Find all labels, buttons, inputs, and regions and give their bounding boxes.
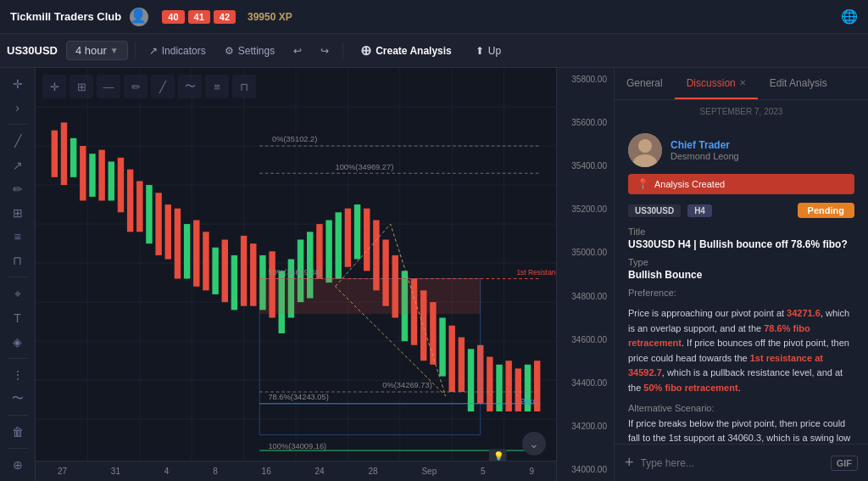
indicators-button[interactable]: ↗ Indicators xyxy=(142,42,213,59)
tab-edit-analysis[interactable]: Edit Analysis xyxy=(758,68,839,99)
price-tick-4: 35200.00 xyxy=(560,204,610,214)
chart-dash-icon[interactable]: — xyxy=(97,75,120,98)
svg-rect-29 xyxy=(155,193,161,255)
elliott-icon[interactable]: 〜 xyxy=(5,389,31,408)
left-sep-3 xyxy=(8,358,28,359)
arrow-right-icon[interactable]: › xyxy=(5,98,31,117)
undo-button[interactable]: ↩ xyxy=(287,42,309,59)
main-content: ✛ › ╱ ↗ ✏ ⊞ ≡ ⊓ ⌖ T ◈ ⋮ 〜 🗑 ⊕ ✛ ⊞ — ✏ ╱ … xyxy=(0,68,868,481)
text-icon[interactable]: T xyxy=(5,308,31,327)
redo-button[interactable]: ↪ xyxy=(314,42,336,59)
price-tick-1: 35800.00 xyxy=(560,75,610,84)
right-panel: General Discussion ✕ Edit Analysis SEPTE… xyxy=(614,68,868,481)
chat-add-icon[interactable]: + xyxy=(625,454,634,472)
analysis-created-label: Analysis Created xyxy=(654,179,725,189)
upload-button[interactable]: ⬆ Up xyxy=(467,42,509,60)
analysis-created-bar: 📍 Analysis Created xyxy=(628,174,854,194)
tag-row: US30USD H4 Pending xyxy=(615,203,868,227)
svg-rect-19 xyxy=(61,122,67,185)
tab-close-icon[interactable]: ✕ xyxy=(739,78,746,87)
svg-rect-27 xyxy=(136,181,142,232)
chart-pencil-icon[interactable]: ✏ xyxy=(124,75,147,98)
top-bar: Tickmill Traders Club 👤 40 41 42 39950 X… xyxy=(0,0,868,34)
price-tick-3: 35400.00 xyxy=(560,161,610,171)
measure-icon[interactable]: ⌖ xyxy=(5,284,31,303)
layers-icon[interactable]: ⊕ xyxy=(5,456,31,474)
draw-icon[interactable]: ✏ xyxy=(5,180,31,199)
date-24: 24 xyxy=(315,467,325,476)
svg-text:78.6%(34243.05): 78.6%(34243.05) xyxy=(268,393,328,401)
left-sep-5 xyxy=(8,448,28,449)
date-axis: 27 31 4 8 16 24 28 Sep 5 9 xyxy=(36,461,556,481)
svg-rect-37 xyxy=(231,255,237,310)
chart-line-icon[interactable]: ╱ xyxy=(151,75,175,98)
create-plus-icon: ⊕ xyxy=(360,42,371,59)
date-31: 31 xyxy=(111,467,120,476)
timeframe-arrow-icon: ▼ xyxy=(110,46,119,55)
price-tick-8: 34400.00 xyxy=(560,378,610,388)
trash-icon[interactable]: 🗑 xyxy=(5,422,31,441)
avatar-icon: 👤 xyxy=(130,8,148,26)
svg-rect-51 xyxy=(364,209,370,271)
create-label: Create Analysis xyxy=(376,45,452,57)
app-title: Tickmill Traders Club xyxy=(10,10,121,23)
shapes-icon[interactable]: ◈ xyxy=(5,333,31,351)
svg-rect-60 xyxy=(448,326,454,392)
fib-icon[interactable]: ⋮ xyxy=(5,366,31,384)
status-badge: Pending xyxy=(798,203,854,218)
title-label: Title xyxy=(628,227,854,237)
line-tool-icon[interactable]: ╱ xyxy=(5,131,31,150)
svg-rect-24 xyxy=(108,161,114,200)
chart-cursor-icon[interactable]: ✛ xyxy=(42,75,66,98)
author-title: Desmond Leong xyxy=(670,151,739,161)
preference-section: Preference: xyxy=(615,288,868,306)
indicators-icon: ↗ xyxy=(149,45,158,57)
crosshair-icon[interactable]: ✛ xyxy=(5,75,31,93)
tab-general[interactable]: General xyxy=(615,68,675,99)
xp-label: 39950 XP xyxy=(248,11,292,23)
post-author-info: Chief Trader Desmond Leong xyxy=(670,139,739,161)
alt-text: If price breaks below the pivot point, t… xyxy=(628,417,854,444)
globe-icon[interactable]: 🌐 xyxy=(841,8,858,25)
svg-rect-31 xyxy=(175,209,181,279)
chart-area[interactable]: ✛ ⊞ — ✏ ╱ 〜 ≡ ⊓ xyxy=(36,68,614,481)
svg-rect-59 xyxy=(439,318,445,377)
tab-discussion[interactable]: Discussion ✕ xyxy=(675,68,758,99)
date-5: 5 xyxy=(481,467,486,476)
chart-dots-icon[interactable]: ⊞ xyxy=(70,75,93,98)
ray-tool-icon[interactable]: ↗ xyxy=(5,155,31,174)
toolbar-separator-2 xyxy=(342,42,343,59)
chat-input[interactable] xyxy=(641,457,824,469)
price-tick-5: 35000.00 xyxy=(560,248,610,257)
date-27: 27 xyxy=(58,467,67,476)
pivot-highlight: 34271.6 xyxy=(787,308,821,318)
scroll-down-button[interactable]: ⌄ xyxy=(522,432,546,456)
svg-rect-33 xyxy=(193,220,199,286)
svg-rect-39 xyxy=(250,243,256,306)
create-analysis-button[interactable]: ⊕ Create Analysis xyxy=(350,39,462,62)
gif-button[interactable]: GIF xyxy=(831,456,858,471)
avatar xyxy=(628,133,662,167)
main-toolbar: US30USD 4 hour ▼ ↗ Indicators ⚙ Settings… xyxy=(0,34,868,68)
svg-rect-18 xyxy=(52,131,58,177)
timeframe-label: 4 hour xyxy=(75,44,107,57)
price-tick-6: 34800.00 xyxy=(560,292,610,301)
grid-icon[interactable]: ⊞ xyxy=(5,204,31,222)
svg-text:50%(34619.48): 50%(34619.48) xyxy=(268,268,322,277)
chart-bars-icon[interactable]: ≡ xyxy=(205,75,229,98)
svg-point-89 xyxy=(638,139,652,153)
svg-rect-20 xyxy=(70,138,76,177)
chart-bracket-icon[interactable]: ⊓ xyxy=(232,75,256,98)
chart-wave-icon[interactable]: 〜 xyxy=(178,75,202,98)
settings-label: Settings xyxy=(238,45,275,57)
settings-button[interactable]: ⚙ Settings xyxy=(218,42,281,59)
svg-text:💡: 💡 xyxy=(493,450,504,461)
pattern-icon[interactable]: ⊓ xyxy=(5,251,31,270)
channel-icon[interactable]: ≡ xyxy=(5,227,31,246)
svg-text:100%(34009.16): 100%(34009.16) xyxy=(268,442,326,450)
date-28: 28 xyxy=(369,467,378,476)
svg-rect-47 xyxy=(326,220,331,282)
date-sep: Sep xyxy=(421,467,437,476)
symbol-label: US30USD xyxy=(7,44,58,57)
timeframe-button[interactable]: 4 hour ▼ xyxy=(66,41,128,60)
